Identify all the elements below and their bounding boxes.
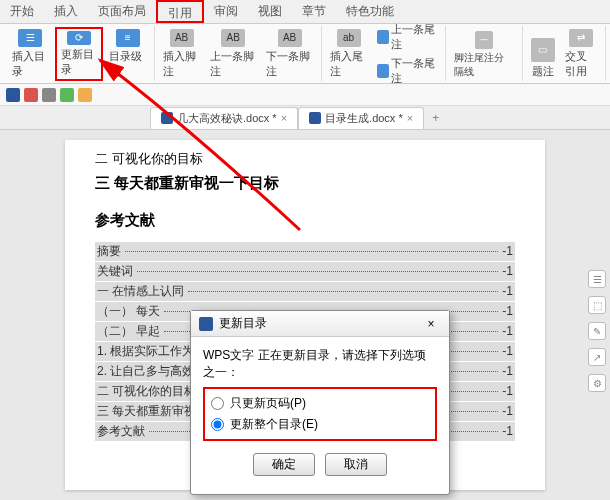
next-footnote-button[interactable]: AB 下一条脚注 <box>262 27 316 81</box>
radio-whole-toc[interactable] <box>211 418 224 431</box>
option-whole-toc[interactable]: 更新整个目录(E) <box>211 414 429 435</box>
toc-page: -1 <box>502 424 513 438</box>
option-pages-only[interactable]: 只更新页码(P) <box>211 393 429 414</box>
tab-view[interactable]: 视图 <box>248 0 292 23</box>
dialog-titlebar[interactable]: 更新目录 × <box>191 311 449 337</box>
insert-endnote-label: 插入尾注 <box>330 49 368 79</box>
footnote-icon: AB <box>170 29 194 47</box>
toc-icon: ☰ <box>18 29 42 47</box>
radio-pages-only[interactable] <box>211 397 224 410</box>
dialog-options: 只更新页码(P) 更新整个目录(E) <box>203 387 437 441</box>
qa-preview-icon[interactable] <box>60 88 74 102</box>
doctab-2-label: 目录生成.docx * <box>325 111 403 126</box>
update-toc-button[interactable]: ⟳ 更新目录 <box>55 27 104 81</box>
toc-page: -1 <box>502 324 513 338</box>
insert-endnote-button[interactable]: ab 插入尾注 <box>326 27 372 81</box>
toc-text: （二） 早起 <box>97 323 160 340</box>
qa-pdf-icon[interactable] <box>24 88 38 102</box>
tab-reference[interactable]: 引用 <box>156 0 204 23</box>
toc-level-label: 目录级别 <box>109 49 146 79</box>
tab-start[interactable]: 开始 <box>0 0 44 23</box>
toc-page: -1 <box>502 384 513 398</box>
qa-save-icon[interactable] <box>6 88 20 102</box>
ok-button[interactable]: 确定 <box>253 453 315 476</box>
sidebar-tools: ☰ ⬚ ✎ ↗ ⚙ <box>588 270 606 392</box>
separator-button[interactable]: ─ 脚注尾注分隔线 <box>450 27 518 81</box>
tab-chapter[interactable]: 章节 <box>292 0 336 23</box>
ribbon: ☰ 插入目录 ⟳ 更新目录 ≡ 目录级别 AB 插入脚注 AB 上一条脚注 AB… <box>0 24 610 84</box>
prev-endnote-label: 上一条尾注 <box>391 22 437 52</box>
endnote-icon: ab <box>337 29 361 47</box>
insert-toc-label: 插入目录 <box>12 49 49 79</box>
crossref-icon: ⇄ <box>569 29 593 47</box>
update-toc-label: 更新目录 <box>61 47 98 77</box>
tool-icon[interactable]: ✎ <box>588 322 606 340</box>
settings-icon[interactable]: ⚙ <box>588 374 606 392</box>
dialog-prompt: WPS文字 正在更新目录，请选择下列选项之一： <box>203 347 437 381</box>
toc-line: 关键词-1 <box>95 262 515 281</box>
toc-dots <box>137 271 498 272</box>
tab-insert[interactable]: 插入 <box>44 0 88 23</box>
toc-line: 一 在情感上认同-1 <box>95 282 515 301</box>
qa-print-icon[interactable] <box>42 88 56 102</box>
toc-text: 摘要 <box>97 243 121 260</box>
separator-icon: ─ <box>475 31 493 49</box>
caption-icon: ▭ <box>531 38 555 62</box>
prev-footnote-icon: AB <box>221 29 245 47</box>
toc-page: -1 <box>502 284 513 298</box>
select-icon[interactable]: ⬚ <box>588 296 606 314</box>
crossref-label: 交叉引用 <box>565 49 598 79</box>
toc-text: 一 在情感上认同 <box>97 283 184 300</box>
crossref-button[interactable]: ⇄ 交叉引用 <box>561 27 602 81</box>
prev-footnote-button[interactable]: AB 上一条脚注 <box>206 27 260 81</box>
toc-page: -1 <box>502 364 513 378</box>
option-pages-label: 只更新页码(P) <box>230 395 306 412</box>
nav-icon[interactable]: ☰ <box>588 270 606 288</box>
tab-layout[interactable]: 页面布局 <box>88 0 156 23</box>
toc-text: 参考文献 <box>97 423 145 440</box>
insert-footnote-button[interactable]: AB 插入脚注 <box>159 27 204 81</box>
dialog-close-button[interactable]: × <box>421 317 441 331</box>
toc-page: -1 <box>502 264 513 278</box>
prev-endnote-icon <box>377 30 389 44</box>
toc-page: -1 <box>502 404 513 418</box>
toc-level-button[interactable]: ≡ 目录级别 <box>105 27 150 81</box>
prev-endnote-button[interactable]: 上一条尾注 <box>373 21 441 53</box>
heading-2: 参考文献 <box>95 211 515 230</box>
tab-review[interactable]: 审阅 <box>204 0 248 23</box>
next-endnote-label: 下一条尾注 <box>391 56 437 86</box>
toc-page: -1 <box>502 344 513 358</box>
new-tab-button[interactable]: + <box>424 111 447 125</box>
toc-text: 二 可视化你的目标 <box>97 383 196 400</box>
doctab-2-close[interactable]: × <box>407 112 413 124</box>
next-endnote-button[interactable]: 下一条尾注 <box>373 55 441 87</box>
update-toc-dialog: 更新目录 × WPS文字 正在更新目录，请选择下列选项之一： 只更新页码(P) … <box>190 310 450 495</box>
update-toc-icon: ⟳ <box>67 31 91 45</box>
document-tabs: 几大高效秘诀.docx * × 目录生成.docx * × + <box>0 106 610 130</box>
cancel-button[interactable]: 取消 <box>325 453 387 476</box>
doctab-1[interactable]: 几大高效秘诀.docx * × <box>150 107 298 129</box>
doctab-1-close[interactable]: × <box>281 112 287 124</box>
toc-line: 摘要-1 <box>95 242 515 261</box>
toc-text: 关键词 <box>97 263 133 280</box>
prev-footnote-label: 上一条脚注 <box>210 49 256 79</box>
dialog-title: 更新目录 <box>219 315 267 332</box>
quick-access-bar <box>0 84 610 106</box>
share-icon[interactable]: ↗ <box>588 348 606 366</box>
next-footnote-label: 下一条脚注 <box>266 49 312 79</box>
caption-button[interactable]: ▭ 题注 <box>527 27 559 81</box>
word-icon <box>199 317 213 331</box>
word-icon <box>309 112 321 124</box>
option-whole-label: 更新整个目录(E) <box>230 416 318 433</box>
next-footnote-icon: AB <box>278 29 302 47</box>
toc-page: -1 <box>502 304 513 318</box>
toc-text: （一） 每天 <box>97 303 160 320</box>
document-canvas: 二 可视化你的目标 三 每天都重新审视一下目标 参考文献 摘要-1关键词-1一 … <box>0 130 610 500</box>
doctab-2[interactable]: 目录生成.docx * × <box>298 107 424 129</box>
qa-undo-icon[interactable] <box>78 88 92 102</box>
separator-label: 脚注尾注分隔线 <box>454 51 514 79</box>
toc-dots <box>188 291 498 292</box>
next-endnote-icon <box>377 64 389 78</box>
doctab-1-label: 几大高效秘诀.docx * <box>177 111 277 126</box>
insert-toc-button[interactable]: ☰ 插入目录 <box>8 27 53 81</box>
